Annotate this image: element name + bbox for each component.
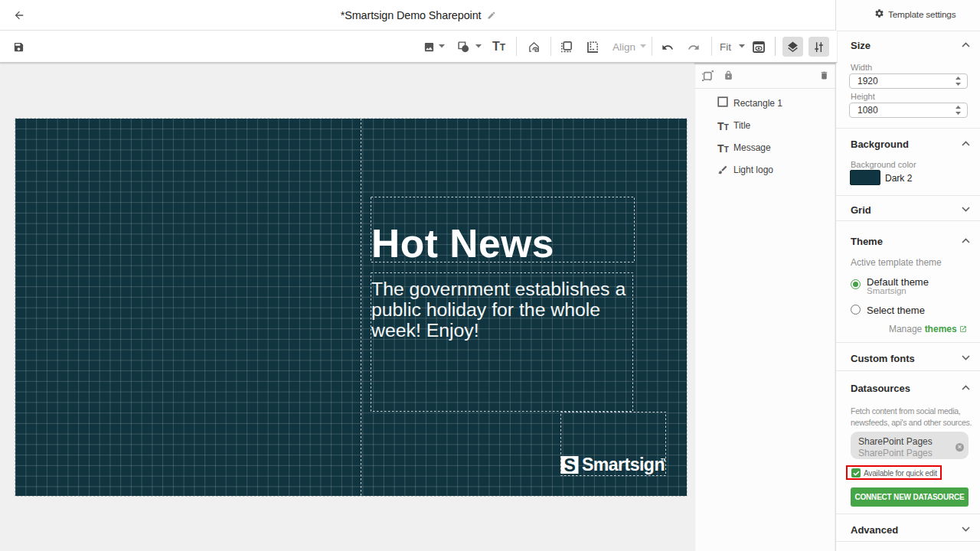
svg-text:TM: TM: [661, 458, 665, 462]
svg-text:Smartsign: Smartsign: [582, 455, 665, 474]
svg-text:S: S: [564, 455, 576, 474]
